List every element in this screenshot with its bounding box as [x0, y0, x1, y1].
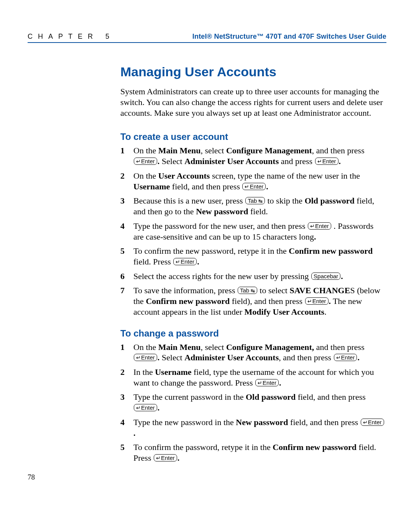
step-3: 3 Because this is a new user, press Tab …: [120, 195, 385, 217]
step-body: To confirm the new password, retype it i…: [133, 246, 385, 267]
step-number: 1: [120, 145, 133, 166]
step-number: 2: [120, 171, 133, 192]
step-body: Type the new password in the New passwor…: [133, 417, 385, 438]
section-create-user: To create a user account 1 On the Main M…: [120, 131, 385, 317]
content-area: Managing User Accounts System Administra…: [28, 64, 386, 463]
section-heading: To create a user account: [120, 131, 385, 142]
step-3: 3 Type the current password in the Old p…: [120, 392, 385, 413]
step-number: 5: [120, 442, 133, 463]
spacebar-key-icon: Spacebar: [311, 273, 340, 280]
page: CHAPTER 5 Intel® NetStructure™ 470T and …: [0, 0, 414, 532]
step-5: 5 To confirm the new password, retype it…: [120, 246, 385, 267]
step-body: On the User Accounts screen, type the na…: [133, 171, 385, 192]
step-number: 3: [120, 195, 133, 217]
enter-key-icon: Enter: [361, 419, 384, 426]
step-2: 2 In the Username field, type the userna…: [120, 367, 385, 388]
step-body: In the Username field, type the username…: [133, 367, 385, 388]
step-body: Select the access rights for the new use…: [133, 271, 385, 282]
enter-key-icon: Enter: [154, 454, 177, 461]
step-number: 4: [120, 417, 133, 438]
step-number: 1: [120, 342, 133, 363]
enter-key-icon: Enter: [315, 158, 338, 165]
section-heading: To change a password: [120, 328, 385, 339]
page-header: CHAPTER 5 Intel® NetStructure™ 470T and …: [28, 33, 386, 43]
step-body: On the Main Menu, select Configure Manag…: [133, 342, 385, 363]
tab-key-icon: Tab: [238, 287, 257, 294]
enter-key-icon: Enter: [134, 158, 157, 165]
step-body: To confirm the password, retype it in th…: [133, 442, 385, 463]
step-number: 6: [120, 271, 133, 282]
step-2: 2 On the User Accounts screen, type the …: [120, 171, 385, 192]
step-body: Type the password for the new user, and …: [133, 221, 385, 242]
step-body: To save the information, press Tab to se…: [133, 285, 385, 317]
step-4: 4 Type the password for the new user, an…: [120, 221, 385, 242]
step-number: 4: [120, 221, 133, 242]
step-number: 7: [120, 285, 133, 317]
step-6: 6 Select the access rights for the new u…: [120, 271, 385, 282]
step-7: 7 To save the information, press Tab to …: [120, 285, 385, 317]
page-number: 78: [28, 473, 35, 481]
enter-key-icon: Enter: [308, 222, 331, 230]
enter-key-icon: Enter: [242, 183, 266, 190]
enter-key-icon: Enter: [255, 379, 279, 386]
enter-key-icon: Enter: [305, 297, 329, 305]
document-title: Intel® NetStructure™ 470T and 470F Switc…: [192, 33, 386, 41]
tab-key-icon: Tab: [245, 197, 265, 204]
step-1: 1 On the Main Menu, select Configure Man…: [120, 342, 385, 363]
step-number: 3: [120, 392, 133, 413]
step-body: Type the current password in the Old pas…: [133, 392, 385, 413]
enter-key-icon: Enter: [173, 258, 197, 265]
chapter-label: CHAPTER 5: [28, 33, 115, 41]
intro-paragraph: System Administrators can create up to t…: [120, 86, 385, 118]
page-title: Managing User Accounts: [120, 64, 385, 79]
enter-key-icon: Enter: [134, 354, 157, 361]
step-1: 1 On the Main Menu, select Configure Man…: [120, 145, 385, 166]
step-number: 5: [120, 246, 133, 267]
step-5: 5 To confirm the password, retype it in …: [120, 442, 385, 463]
enter-key-icon: Enter: [334, 354, 357, 361]
section-change-password: To change a password 1 On the Main Menu,…: [120, 328, 385, 463]
step-number: 2: [120, 367, 133, 388]
step-4: 4 Type the new password in the New passw…: [120, 417, 385, 438]
step-body: Because this is a new user, press Tab to…: [133, 195, 385, 217]
step-body: On the Main Menu, select Configure Manag…: [133, 145, 385, 166]
enter-key-icon: Enter: [134, 404, 157, 411]
